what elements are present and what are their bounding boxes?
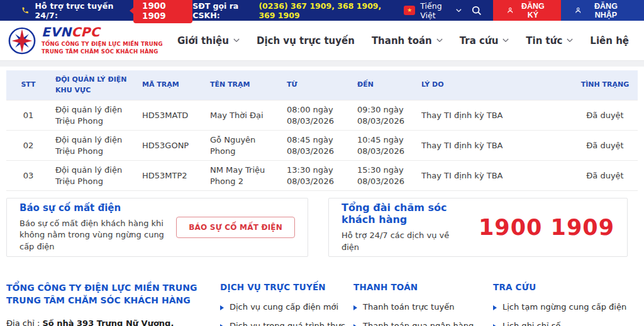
chevron-down-icon (233, 38, 240, 43)
nav-item-tra-cuu[interactable]: Tra cứu (460, 35, 509, 46)
language-selector[interactable]: Tiếng Việt (420, 1, 461, 20)
cskh-label: SĐT gọi ra CSKH: (192, 1, 255, 20)
arrow-right-icon (493, 305, 497, 310)
footer: TỔNG CÔNG TY ĐIỆN LỰC MIỀN TRUNG TRUNG T… (0, 272, 644, 326)
cell-team: Đội quản lý điện Triệu Phong (50, 161, 137, 191)
nav-item-dich-vu-truc-tuyen[interactable]: Dịch vụ trực tuyến (257, 35, 355, 46)
star-icon: ★ (407, 8, 412, 13)
cell-code: HD53GONP (137, 131, 205, 161)
hotline-desc: Hỗ trợ 24/7 các dịch vụ về điện (341, 230, 469, 254)
footer-link-list: Dịch vụ cung cấp điện mới Dịch vụ trong … (220, 302, 353, 326)
footer-link[interactable]: Dịch vụ cung cấp điện mới (220, 302, 353, 312)
table-row: 01 Đội quản lý điện Triệu Phong HD53MATD… (6, 101, 638, 131)
section-divider (0, 61, 644, 67)
outage-schedule-table: STT ĐỘI QUẢN LÝ ĐIỆN KHU VỰC MÃ TRẠM TÊN… (6, 70, 638, 191)
cell-reason: Thay TI định kỳ TBA (416, 101, 572, 131)
cell-stt: 03 (6, 161, 50, 191)
brand-name: EVNCPC (42, 26, 163, 38)
footer-link-label: Lịch ghi chỉ số (502, 321, 560, 326)
col-header-reason: LÝ DO (416, 70, 572, 101)
topbar: Hỗ trợ trực tuyến 24/7: 1900 1909 SĐT gọ… (0, 0, 644, 21)
footer-link-label: Dịch vụ trong quá trình thực (230, 321, 345, 326)
nav-label: Giới thiệu (177, 35, 229, 46)
report-outage-button[interactable]: BÁO SỰ CỐ MẤT ĐIỆN (176, 217, 295, 238)
nav-item-lien-he[interactable]: Liên hệ (590, 35, 629, 46)
cell-to: 15:30 ngày 08/03/2026 (352, 161, 416, 191)
nav-item-gioi-thieu[interactable]: Giới thiệu (177, 35, 240, 46)
main-content: STT ĐỘI QUẢN LÝ ĐIỆN KHU VỰC MÃ TRẠM TÊN… (0, 67, 644, 191)
cell-from: 08:00 ngày 08/03/2026 (282, 101, 352, 131)
footer-company-line2: TRUNG TÂM CHĂM SÓC KHÁCH HÀNG (6, 295, 220, 307)
footer-link[interactable]: Thanh toán qua ngân hàng (353, 321, 493, 326)
hotline-card: Tổng đài chăm sóc khách hàng Hỗ trợ 24/7… (328, 198, 628, 257)
col-header-team: ĐỘI QUẢN LÝ ĐIỆN KHU VỰC (50, 70, 137, 101)
footer-link-label: Thanh toán trực tuyến (363, 302, 454, 312)
cell-reason: Thay TI định kỳ TBA (416, 161, 572, 191)
cell-from: 08:45 ngày 08/03/2026 (282, 131, 352, 161)
navbar: EVNCPC TỔNG CÔNG TY ĐIỆN LỰC MIỀN TRUNG … (0, 21, 644, 61)
col-header-from: TỪ (282, 70, 352, 101)
cell-team: Đội quản lý điện Triệu Phong (50, 101, 137, 131)
footer-address: Địa chỉ : Số nhà 393 Trưng Nữ Vương, Phư… (6, 316, 208, 326)
cell-name: May Thời Đại (205, 101, 282, 131)
cell-stt: 02 (6, 131, 50, 161)
brand-logo[interactable]: EVNCPC TỔNG CÔNG TY ĐIỆN LỰC MIỀN TRUNG … (8, 26, 163, 56)
footer-link-label: Dịch vụ cung cấp điện mới (230, 302, 338, 312)
footer-link[interactable]: Thanh toán trực tuyến (353, 302, 493, 312)
chevron-down-icon (502, 38, 509, 43)
brand-line1: TỔNG CÔNG TY ĐIỆN LỰC MIỀN TRUNG (42, 40, 163, 48)
brand-cpc: CPC (71, 24, 100, 40)
footer-company-col: TỔNG CÔNG TY ĐIỆN LỰC MIỀN TRUNG TRUNG T… (6, 282, 220, 326)
brand-text: EVNCPC TỔNG CÔNG TY ĐIỆN LỰC MIỀN TRUNG … (42, 26, 163, 56)
footer-link-label: Lịch tạm ngừng cung cấp điện (502, 302, 626, 312)
cell-stt: 01 (6, 101, 50, 131)
topbar-support: Hỗ trợ trực tuyến 24/7: 1900 1909 (0, 0, 192, 23)
cell-code: HD53MATD (137, 101, 205, 131)
cell-name: NM May Triệu Phong 2 (205, 161, 282, 191)
person-icon (575, 6, 581, 14)
col-header-stt: STT (6, 70, 50, 101)
search-button[interactable] (472, 6, 482, 16)
footer-col-title: TRA CỨU (493, 282, 644, 292)
register-button[interactable]: ĐĂNG KÝ (493, 0, 562, 21)
footer-link-label: Thanh toán qua ngân hàng (363, 321, 474, 326)
footer-company-name: TỔNG CÔNG TY ĐIỆN LỰC MIỀN TRUNG TRUNG T… (6, 282, 220, 307)
footer-link[interactable]: Dịch vụ trong quá trình thực (220, 321, 353, 326)
nav-label: Liên hệ (590, 35, 629, 46)
report-outage-desc: Báo sự cố mất điện khách hàng khi không … (19, 218, 166, 254)
nav-item-tin-tuc[interactable]: Tin tức (526, 35, 573, 46)
register-label: ĐĂNG KÝ (518, 2, 547, 19)
footer-col-title: THANH TOÁN (353, 282, 493, 292)
vietnam-flag-icon: ★ (404, 6, 415, 15)
hotline-badge[interactable]: 1900 1909 (133, 0, 192, 23)
nav-label: Tra cứu (460, 35, 499, 46)
footer-link[interactable]: Lịch ghi chỉ số (493, 321, 644, 326)
footer-link[interactable]: Lịch tạm ngừng cung cấp điện (493, 302, 644, 312)
login-label: ĐĂNG NHẬP (587, 2, 625, 19)
col-header-name: TÊN TRẠM (205, 70, 282, 101)
arrow-right-icon (220, 305, 224, 310)
brand-subtitle: TỔNG CÔNG TY ĐIỆN LỰC MIỀN TRUNG TRUNG T… (42, 40, 163, 56)
nav-label: Tin tức (526, 35, 562, 46)
brand-line2: TRUNG TÂM CHĂM SÓC KHÁCH HÀNG (42, 48, 163, 55)
login-button[interactable]: ĐĂNG NHẬP (561, 0, 644, 21)
hotline-text: Tổng đài chăm sóc khách hàng Hỗ trợ 24/7… (341, 202, 469, 254)
hotline-number: 1900 1909 (142, 1, 166, 21)
nav-item-thanh-toan[interactable]: Thanh toán (372, 35, 443, 46)
main-menu: Giới thiệu Dịch vụ trực tuyến Thanh toán… (177, 35, 629, 46)
col-header-code: MÃ TRẠM (137, 70, 205, 101)
support-label: Hỗ trợ trực tuyến 24/7: (35, 1, 121, 20)
table-row: 03 Đội quản lý điện Triệu Phong HD53MTP2… (6, 161, 638, 191)
chevron-down-icon (567, 38, 573, 43)
table-row: 02 Đội quản lý điện Triệu Phong HD53GONP… (6, 131, 638, 161)
cskh-info: SĐT gọi ra CSKH: (0236) 367 1909, 368 19… (192, 1, 395, 20)
cell-from: 13:30 ngày 08/03/2026 (282, 161, 352, 191)
report-outage-card: Báo sự cố mất điện Báo sự cố mất điện kh… (6, 198, 308, 257)
chevron-down-icon (436, 38, 443, 43)
cell-to: 09:30 ngày 08/03/2026 (352, 101, 416, 131)
brand-evn: EVN (42, 24, 71, 40)
badge-tail (130, 8, 133, 14)
footer-col-lookup: TRA CỨU Lịch tạm ngừng cung cấp điện Lịc… (493, 282, 644, 326)
search-icon (472, 6, 482, 16)
address-label: Địa chỉ : (6, 318, 42, 326)
